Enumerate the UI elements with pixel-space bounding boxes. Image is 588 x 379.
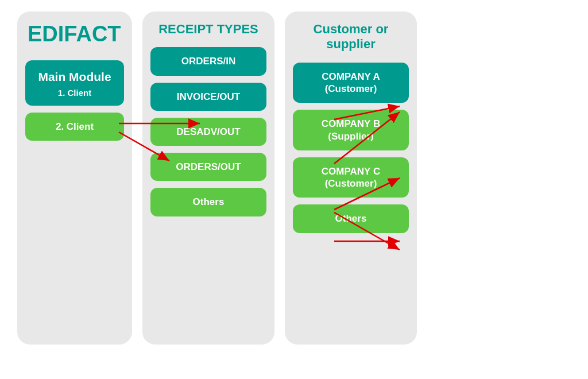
main-module-label: Main Module: [38, 70, 111, 83]
orders-out-label: ORDERS/OUT: [176, 161, 241, 172]
desadv-out-box: DESADV/OUT: [150, 118, 266, 146]
column-edifact: EDIFACT Main Module 1. Client 2. Client: [17, 11, 132, 345]
company-a-box: COMPANY A(Customer): [293, 63, 409, 103]
receipt-others-box: Others: [150, 188, 266, 216]
main-module-box: Main Module 1. Client: [25, 60, 124, 106]
client-2-box: 2. Client: [25, 113, 124, 141]
receipt-title: RECEIPT TYPES: [158, 22, 258, 37]
invoice-out-box: INVOICE/OUT: [150, 83, 266, 111]
edifact-title: EDIFACT: [25, 22, 124, 47]
company-c-label: COMPANY C(Customer): [322, 166, 380, 189]
customer-others-box: Others: [293, 204, 409, 233]
diagram: EDIFACT Main Module 1. Client 2. Client …: [0, 0, 588, 379]
company-a-label: COMPANY A(Customer): [322, 71, 380, 94]
customer-title: Customer or supplier: [293, 22, 409, 52]
orders-in-label: ORDERS/IN: [181, 56, 235, 67]
customer-others-label: Others: [335, 213, 367, 224]
column-customer: Customer or supplier COMPANY A(Customer)…: [285, 11, 417, 345]
receipt-others-label: Others: [193, 196, 225, 207]
client-1-label: 1. Client: [58, 88, 91, 98]
invoice-out-label: INVOICE/OUT: [177, 91, 241, 102]
orders-in-box: ORDERS/IN: [150, 47, 266, 75]
desadv-out-label: DESADV/OUT: [176, 126, 240, 137]
company-b-box: COMPANY B(Supplier): [293, 110, 409, 150]
company-c-box: COMPANY C(Customer): [293, 157, 409, 198]
company-b-label: COMPANY B(Supplier): [322, 118, 380, 141]
orders-out-box: ORDERS/OUT: [150, 153, 266, 181]
column-receipt: RECEIPT TYPES ORDERS/IN INVOICE/OUT DESA…: [142, 11, 274, 345]
client-2-label: 2. Client: [56, 121, 94, 132]
